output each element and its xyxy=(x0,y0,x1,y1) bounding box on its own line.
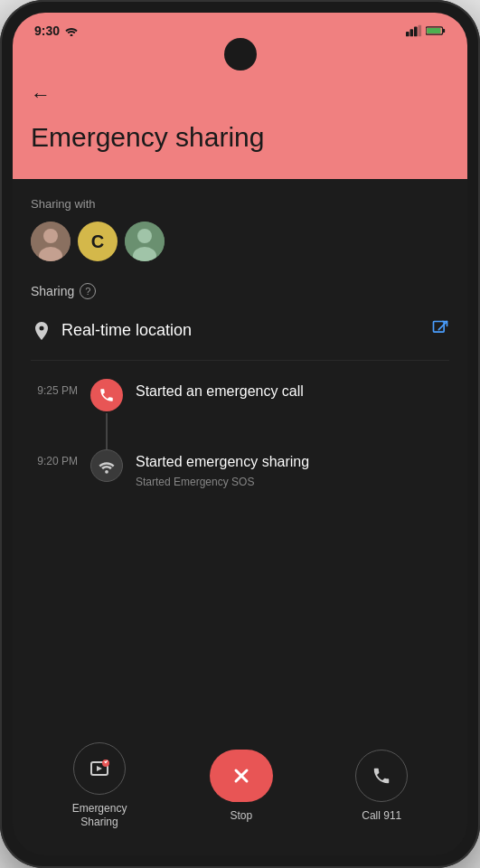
contact-avatar-2[interactable]: C xyxy=(78,222,118,261)
timeline-content-1: Started an emergency call xyxy=(136,379,449,405)
svg-rect-6 xyxy=(443,29,446,33)
back-button[interactable]: ← xyxy=(31,83,51,107)
timeline-item-2: 9:20 PM Started emergency sharing St xyxy=(31,449,449,488)
timeline-icon-col-1 xyxy=(90,379,123,449)
camera-notch xyxy=(224,38,257,71)
contacts-row: C xyxy=(31,222,449,261)
main-content: Sharing with C xyxy=(13,179,467,728)
notch xyxy=(13,38,467,80)
call-911-nav-item[interactable]: Call 911 xyxy=(355,750,408,824)
location-icon xyxy=(31,320,52,342)
header: ← Emergency sharing xyxy=(13,80,467,179)
svg-rect-1 xyxy=(406,32,409,36)
status-bar: 9:30 xyxy=(13,13,467,38)
svg-point-16 xyxy=(105,470,108,474)
help-icon[interactable]: ? xyxy=(80,283,96,299)
sharing-with-label: Sharing with xyxy=(31,197,449,211)
status-time-group: 9:30 xyxy=(34,24,78,38)
timeline-title-2: Started emergency sharing xyxy=(136,453,449,472)
sharing-text: Sharing xyxy=(31,284,74,298)
svg-rect-4 xyxy=(419,25,422,37)
timeline-icon-col-2 xyxy=(90,449,123,482)
timeline-content-2: Started emergency sharing Started Emerge… xyxy=(136,449,449,488)
timeline-line-1 xyxy=(106,413,108,449)
contact-avatar-1[interactable] xyxy=(31,222,71,261)
timeline-item-1: 9:25 PM Started an emergency call xyxy=(31,379,449,449)
sharing-section: Sharing ? xyxy=(31,283,449,361)
stop-label: Stop xyxy=(230,809,252,824)
wifi-status-icon xyxy=(65,25,78,36)
svg-rect-7 xyxy=(427,28,440,33)
call-911-label: Call 911 xyxy=(362,809,401,824)
external-link-icon[interactable] xyxy=(431,319,449,342)
timeline: 9:25 PM Started an emergency call xyxy=(31,379,449,488)
status-icons xyxy=(406,24,446,37)
emergency-sharing-nav-item[interactable]: Emergency Sharing xyxy=(72,742,127,830)
timeline-dot-wifi xyxy=(90,449,123,482)
svg-point-9 xyxy=(43,229,58,243)
timeline-time-2: 9:20 PM xyxy=(31,449,78,467)
signal-icon xyxy=(406,24,422,37)
timeline-title-1: Started an emergency call xyxy=(136,382,449,401)
stop-icon-pill xyxy=(210,750,273,802)
bottom-nav: Emergency Sharing Stop xyxy=(13,728,467,855)
stop-nav-item[interactable]: Stop xyxy=(210,750,273,824)
location-row: Real-time location xyxy=(31,312,449,361)
battery-icon xyxy=(426,25,446,36)
timeline-time-1: 9:25 PM xyxy=(31,379,78,397)
timeline-subtitle-2: Started Emergency SOS xyxy=(136,476,449,488)
phone-frame: 9:30 xyxy=(0,0,480,868)
location-left: Real-time location xyxy=(31,320,192,342)
svg-point-14 xyxy=(40,326,44,330)
svg-point-12 xyxy=(137,229,152,243)
sharing-label-row: Sharing ? xyxy=(31,283,449,299)
timeline-dot-phone xyxy=(90,379,123,411)
svg-rect-2 xyxy=(410,29,414,36)
svg-rect-3 xyxy=(414,27,418,37)
emergency-sharing-label: Emergency Sharing xyxy=(72,802,127,830)
screen: 9:30 xyxy=(13,13,467,855)
emergency-sharing-icon-circle xyxy=(73,742,126,795)
page-title: Emergency sharing xyxy=(31,121,449,154)
svg-point-0 xyxy=(71,34,73,36)
contact-avatar-3[interactable] xyxy=(125,222,165,261)
location-text: Real-time location xyxy=(61,321,192,340)
call-911-icon-circle xyxy=(355,750,408,802)
status-time: 9:30 xyxy=(34,24,60,38)
